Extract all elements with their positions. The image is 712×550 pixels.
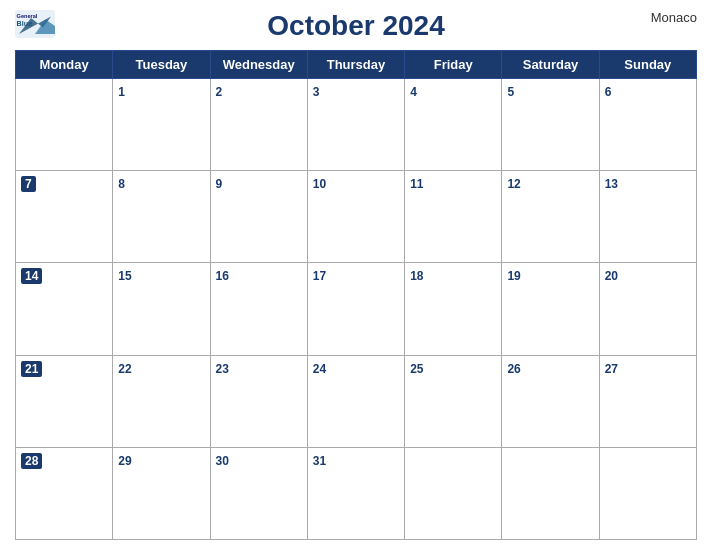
day-number: 8 (118, 177, 125, 191)
calendar-cell: 26 (502, 355, 599, 447)
calendar-cell (16, 79, 113, 171)
day-number: 14 (21, 268, 42, 284)
day-number: 30 (216, 454, 229, 468)
calendar-body: 1234567891011121314151617181920212223242… (16, 79, 697, 540)
calendar-cell: 30 (210, 447, 307, 539)
day-number: 20 (605, 269, 618, 283)
header-wednesday: Wednesday (210, 51, 307, 79)
calendar-cell: 18 (405, 263, 502, 355)
header-thursday: Thursday (307, 51, 404, 79)
calendar-cell: 23 (210, 355, 307, 447)
day-number: 28 (21, 453, 42, 469)
day-number: 25 (410, 362, 423, 376)
calendar-table: Monday Tuesday Wednesday Thursday Friday… (15, 50, 697, 540)
day-number: 15 (118, 269, 131, 283)
calendar-cell: 16 (210, 263, 307, 355)
calendar-cell: 5 (502, 79, 599, 171)
day-number: 27 (605, 362, 618, 376)
calendar-cell (502, 447, 599, 539)
day-number: 3 (313, 85, 320, 99)
day-number: 23 (216, 362, 229, 376)
calendar-week-row: 21222324252627 (16, 355, 697, 447)
calendar-cell: 14 (16, 263, 113, 355)
day-number: 17 (313, 269, 326, 283)
day-number: 10 (313, 177, 326, 191)
day-number: 29 (118, 454, 131, 468)
day-number: 24 (313, 362, 326, 376)
day-number: 31 (313, 454, 326, 468)
calendar-cell: 19 (502, 263, 599, 355)
calendar-cell: 15 (113, 263, 210, 355)
header-tuesday: Tuesday (113, 51, 210, 79)
calendar-cell: 13 (599, 171, 696, 263)
header-saturday: Saturday (502, 51, 599, 79)
calendar-cell: 2 (210, 79, 307, 171)
calendar-cell: 8 (113, 171, 210, 263)
calendar-week-row: 78910111213 (16, 171, 697, 263)
day-number: 1 (118, 85, 125, 99)
calendar-week-row: 28293031 (16, 447, 697, 539)
country-label: Monaco (651, 10, 697, 25)
day-number: 21 (21, 361, 42, 377)
header-monday: Monday (16, 51, 113, 79)
header-sunday: Sunday (599, 51, 696, 79)
calendar-cell: 3 (307, 79, 404, 171)
calendar-cell: 1 (113, 79, 210, 171)
calendar-cell: 24 (307, 355, 404, 447)
logo-icon: General Blue (15, 10, 55, 38)
calendar-page: General Blue October 2024 Monaco Monday … (0, 0, 712, 550)
day-number: 6 (605, 85, 612, 99)
calendar-cell: 11 (405, 171, 502, 263)
day-number: 9 (216, 177, 223, 191)
calendar-cell: 7 (16, 171, 113, 263)
day-number: 16 (216, 269, 229, 283)
calendar-cell: 21 (16, 355, 113, 447)
calendar-cell: 10 (307, 171, 404, 263)
calendar-cell: 4 (405, 79, 502, 171)
calendar-cell (405, 447, 502, 539)
day-number: 19 (507, 269, 520, 283)
day-number: 11 (410, 177, 423, 191)
calendar-cell: 29 (113, 447, 210, 539)
day-number: 4 (410, 85, 417, 99)
calendar-cell: 17 (307, 263, 404, 355)
header-friday: Friday (405, 51, 502, 79)
svg-text:General: General (17, 13, 38, 19)
day-number: 2 (216, 85, 223, 99)
calendar-cell: 25 (405, 355, 502, 447)
day-number: 5 (507, 85, 514, 99)
day-number: 22 (118, 362, 131, 376)
calendar-title: October 2024 (267, 10, 444, 42)
title-block: October 2024 (267, 10, 444, 42)
calendar-cell (599, 447, 696, 539)
calendar-cell: 20 (599, 263, 696, 355)
calendar-header: General Blue October 2024 Monaco (15, 10, 697, 42)
days-header-row: Monday Tuesday Wednesday Thursday Friday… (16, 51, 697, 79)
day-number: 13 (605, 177, 618, 191)
day-number: 7 (21, 176, 36, 192)
day-number: 12 (507, 177, 520, 191)
calendar-cell: 27 (599, 355, 696, 447)
day-number: 18 (410, 269, 423, 283)
calendar-cell: 9 (210, 171, 307, 263)
calendar-cell: 6 (599, 79, 696, 171)
calendar-cell: 28 (16, 447, 113, 539)
calendar-week-row: 14151617181920 (16, 263, 697, 355)
day-number: 26 (507, 362, 520, 376)
svg-text:Blue: Blue (17, 19, 33, 28)
calendar-cell: 31 (307, 447, 404, 539)
calendar-cell: 22 (113, 355, 210, 447)
logo: General Blue (15, 10, 55, 38)
calendar-week-row: 123456 (16, 79, 697, 171)
calendar-cell: 12 (502, 171, 599, 263)
